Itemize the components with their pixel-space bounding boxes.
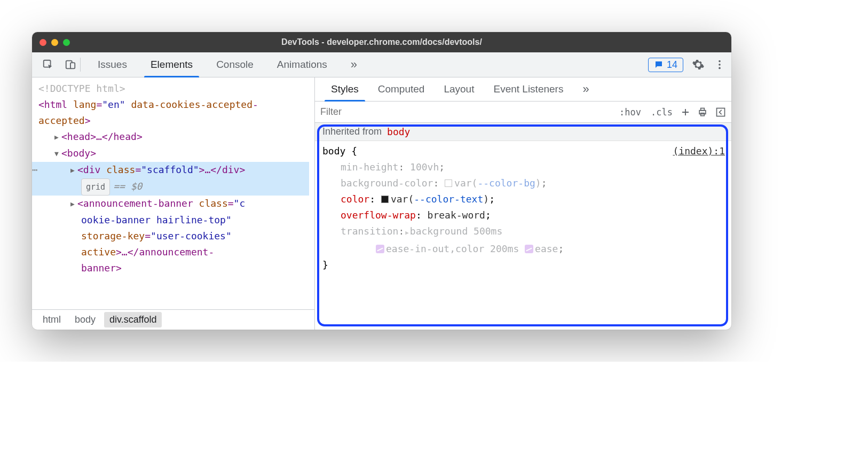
prop-color[interactable]: color: var(--color-text); [322, 191, 725, 207]
styles-subtabs: Styles Computed Layout Event Listeners » [315, 77, 731, 102]
filter-row: :hov .cls [315, 102, 731, 123]
subtab-styles[interactable]: Styles [321, 77, 368, 102]
elements-panel: <!DOCTYPE html> <html lang="en" data-coo… [32, 77, 315, 330]
easing-swatch-icon[interactable] [525, 245, 533, 253]
css-rule-body[interactable]: body { (index):1 min-height: 100vh; back… [315, 141, 731, 276]
svg-point-5 [719, 67, 721, 69]
subtab-more[interactable]: » [573, 77, 598, 102]
color-swatch-icon[interactable] [381, 196, 389, 203]
message-icon [654, 60, 664, 69]
row-actions-icon[interactable]: ⋯ [32, 162, 38, 178]
rule-source-link[interactable]: (index):1 [673, 143, 725, 159]
crumb-div-scaffold[interactable]: div.scaffold [104, 312, 162, 327]
html-open-cont: accepted> [38, 113, 309, 129]
close-window-button[interactable] [40, 39, 46, 46]
styles-filter-input[interactable] [320, 106, 612, 118]
doctype-line: <!DOCTYPE html> [38, 81, 309, 97]
main-split: <!DOCTYPE html> <html lang="en" data-coo… [32, 77, 731, 330]
more-tabs-button[interactable]: » [339, 52, 369, 77]
traffic-lights [40, 39, 70, 46]
body-line[interactable]: ▼<body> [38, 145, 309, 162]
subtab-computed[interactable]: Computed [368, 77, 435, 102]
inherited-selector[interactable]: body [387, 126, 410, 137]
titlebar: DevTools - developer.chrome.com/docs/dev… [32, 32, 731, 52]
svg-point-4 [719, 64, 721, 66]
main-toolbar: Issues Elements Console Animations » 14 [32, 52, 731, 77]
rule-selector[interactable]: body { [322, 143, 357, 159]
tab-issues[interactable]: Issues [86, 52, 139, 77]
svg-rect-9 [717, 108, 725, 116]
prop-transition[interactable]: transition:▶background 500ms [322, 223, 725, 241]
tab-elements[interactable]: Elements [139, 52, 204, 77]
tab-console[interactable]: Console [204, 52, 265, 77]
prop-overflow-wrap[interactable]: overflow-wrap: break-word; [322, 207, 725, 223]
computed-toggle-icon[interactable] [714, 106, 727, 119]
styles-body: Inherited from body body { (index):1 min… [315, 123, 731, 330]
subtab-event-listeners[interactable]: Event Listeners [484, 77, 573, 102]
easing-swatch-icon[interactable] [376, 245, 384, 253]
toolbar-divider [80, 58, 81, 72]
dollar-zero: == $0 [113, 181, 142, 192]
styles-panel: Styles Computed Layout Event Listeners »… [315, 77, 731, 330]
svg-rect-7 [701, 108, 705, 110]
inspect-icon[interactable] [42, 58, 54, 71]
dom-tree[interactable]: <!DOCTYPE html> <html lang="en" data-coo… [32, 77, 314, 309]
html-open-line[interactable]: <html lang="en" data-cookies-accepted- [38, 97, 309, 113]
new-rule-icon[interactable] [680, 106, 691, 119]
prop-min-height[interactable]: min-height: 100vh; [322, 159, 725, 175]
svg-rect-8 [701, 113, 705, 115]
settings-icon[interactable] [692, 58, 705, 71]
head-line[interactable]: ▶<head>…</head> [38, 129, 309, 145]
cls-toggle[interactable]: .cls [649, 107, 675, 118]
device-toggle-icon[interactable] [64, 58, 77, 71]
prop-transition-cont[interactable]: ease-in-out,color 200ms ease; [322, 241, 725, 257]
more-menu-icon[interactable] [713, 58, 726, 71]
window-title: DevTools - developer.chrome.com/docs/dev… [32, 37, 731, 47]
inherited-header: Inherited from body [315, 123, 731, 141]
hov-toggle[interactable]: :hov [617, 107, 643, 118]
panel-tabs: Issues Elements Console Animations » [86, 52, 648, 77]
rule-close: } [322, 257, 725, 273]
issues-counter[interactable]: 14 [648, 58, 683, 72]
tab-animations[interactable]: Animations [265, 52, 339, 77]
subtab-layout[interactable]: Layout [434, 77, 484, 102]
devtools-window: DevTools - developer.chrome.com/docs/dev… [32, 32, 731, 330]
crumb-html[interactable]: html [37, 312, 66, 327]
svg-point-3 [719, 60, 721, 63]
svg-rect-2 [70, 63, 75, 68]
breadcrumb: html body div.scaffold [32, 309, 314, 330]
minimize-window-button[interactable] [51, 39, 58, 46]
prop-background-color[interactable]: background-color: var(--color-bg); [322, 175, 725, 191]
announcement-banner-line[interactable]: ▶<announcement-banner class="c [38, 196, 309, 212]
issues-count-value: 14 [667, 59, 677, 71]
grid-badge[interactable]: grid [81, 178, 110, 196]
selected-node[interactable]: ⋯ ▶<div class="scaffold">…</div> grid== … [32, 162, 309, 196]
color-swatch-icon[interactable] [445, 180, 452, 187]
print-icon[interactable] [696, 106, 709, 119]
crumb-body[interactable]: body [69, 312, 101, 327]
maximize-window-button[interactable] [63, 39, 70, 46]
inherited-label: Inherited from [322, 126, 382, 137]
